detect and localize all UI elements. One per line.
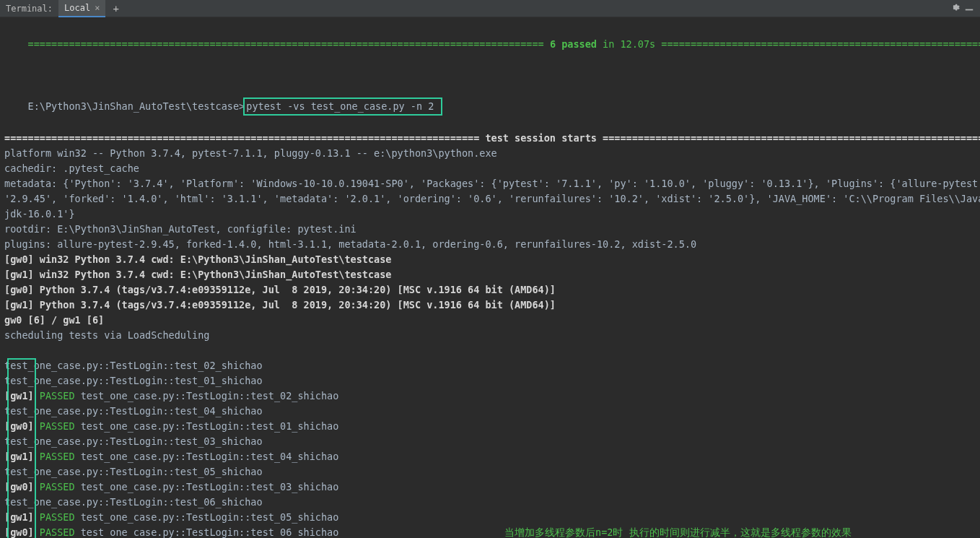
terminal-output[interactable]: ========================================… (0, 17, 980, 538)
gw-label: [gw0] (4, 526, 34, 538)
close-icon[interactable]: × (95, 3, 100, 13)
result-line: [gw1] PASSED test_one_case.py::TestLogin… (4, 449, 976, 464)
add-tab-button[interactable]: + (105, 3, 126, 14)
plugins-line: plugins: allure-pytest-2.9.45, forked-1.… (4, 238, 696, 250)
session-header: ========================================… (4, 132, 980, 144)
gw-label: [gw0] (4, 420, 34, 432)
gw1-cwd: [gw1] win32 Python 3.7.4 cwd: E:\Python3… (4, 269, 391, 280)
metadata-line: metadata: {'Python': '3.7.4', 'Platform'… (4, 178, 980, 189)
gw-label: [gw0] (4, 481, 34, 493)
gw-label: [gw1] (4, 511, 34, 523)
test-id: test_one_case.py::TestLogin::test_01_shi… (4, 375, 268, 386)
gw0-python: [gw0] Python 3.7.4 (tags/v3.7.4:e0935911… (4, 284, 556, 295)
gw1-python: [gw1] Python 3.7.4 (tags/v3.7.4:e0935911… (4, 299, 556, 311)
metadata-line: jdk-16.0.1'} (4, 208, 75, 220)
gw-label: [gw1] (4, 451, 34, 462)
result-line: test_one_case.py::TestLogin::test_05_shi… (4, 464, 976, 480)
passed-label: PASSED (34, 481, 81, 493)
result-line: test_one_case.py::TestLogin::test_02_shi… (4, 358, 976, 373)
terminal-label: Terminal: (0, 4, 58, 14)
result-line: test_one_case.py::TestLogin::test_04_shi… (4, 404, 976, 419)
platform-line: platform win32 -- Python 3.7.4, pytest-7… (4, 147, 497, 159)
banner-passed: 6 passed (550, 38, 597, 50)
passed-label: PASSED (34, 390, 81, 402)
command-text: pytest -vs test_one_case.py -n 2 (246, 100, 439, 112)
test-id: test_one_case.py::TestLogin::test_04_shi… (81, 451, 345, 462)
test-id: test_one_case.py::TestLogin::test_03_shi… (4, 435, 268, 447)
result-line: [gw0] PASSED test_one_case.py::TestLogin… (4, 480, 976, 495)
results-block: test_one_case.py::TestLogin::test_02_shi… (4, 358, 976, 538)
result-line: test_one_case.py::TestLogin::test_01_shi… (4, 373, 976, 389)
tab-label: Local (64, 3, 90, 13)
passed-label: PASSED (34, 526, 81, 538)
test-id: test_one_case.py::TestLogin::test_02_shi… (4, 360, 268, 371)
passed-label: PASSED (34, 420, 81, 432)
banner-pre: ========================================… (28, 38, 550, 50)
passed-label: PASSED (34, 511, 81, 523)
terminal-header: Terminal: Local × + (0, 0, 980, 17)
result-line: [gw1] PASSED test_one_case.py::TestLogin… (4, 510, 976, 525)
test-id: test_one_case.py::TestLogin::test_05_shi… (4, 466, 268, 477)
prompt: E:\Python3\JinShan_AutoTest\testcase> (28, 100, 245, 112)
metadata-line: '2.9.45', 'forked': '1.4.0', 'html': '3.… (4, 193, 980, 204)
test-id: test_one_case.py::TestLogin::test_01_shi… (81, 420, 345, 432)
test-id: test_one_case.py::TestLogin::test_05_shi… (81, 511, 345, 523)
gw-label: [gw1] (4, 390, 34, 402)
svg-rect-0 (966, 9, 974, 11)
gear-icon[interactable] (950, 2, 960, 14)
banner-time: 12.07s (620, 38, 655, 50)
annotation-note: 当增加多线程参数后n=2时 执行的时间则进行减半，这就是多线程参数的效果 (504, 525, 852, 538)
gw0-cwd: [gw0] win32 Python 3.7.4 cwd: E:\Python3… (4, 253, 391, 265)
rootdir-line: rootdir: E:\Python3\JinShan_AutoTest, co… (4, 223, 356, 235)
gw-counts: gw0 [6] / gw1 [6] (4, 314, 104, 326)
test-id: test_one_case.py::TestLogin::test_06_shi… (81, 526, 345, 538)
passed-label: PASSED (34, 451, 81, 462)
cachedir-line: cachedir: .pytest_cache (4, 162, 139, 174)
test-id: test_one_case.py::TestLogin::test_06_shi… (4, 496, 268, 508)
banner-post: ========================================… (655, 38, 980, 50)
hide-icon[interactable] (964, 2, 974, 14)
scheduling-line: scheduling tests via LoadScheduling (4, 329, 209, 341)
test-id: test_one_case.py::TestLogin::test_04_shi… (4, 405, 268, 417)
terminal-tab-local[interactable]: Local × (58, 0, 105, 17)
result-line: test_one_case.py::TestLogin::test_03_shi… (4, 434, 976, 449)
result-line: [gw0] PASSED test_one_case.py::TestLogin… (4, 419, 976, 434)
result-line: [gw1] PASSED test_one_case.py::TestLogin… (4, 389, 976, 404)
banner-in: in (597, 38, 621, 50)
test-id: test_one_case.py::TestLogin::test_02_shi… (81, 390, 345, 402)
command-highlight: pytest -vs test_one_case.py -n 2 (243, 97, 442, 116)
result-line: test_one_case.py::TestLogin::test_06_shi… (4, 495, 976, 510)
test-id: test_one_case.py::TestLogin::test_03_shi… (81, 481, 345, 493)
